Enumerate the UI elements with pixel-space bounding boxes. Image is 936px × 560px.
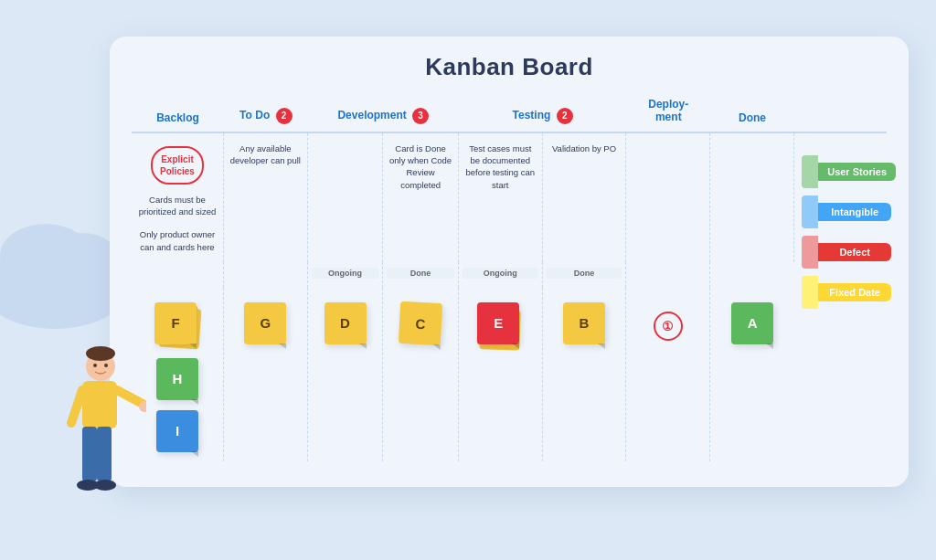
- column-headers-row: Backlog To Do 2 Development 3 Testing: [132, 94, 887, 133]
- test-ongoing-policy: Test cases must be documented before tes…: [463, 139, 538, 195]
- dev-ongoing-sub: Ongoing: [308, 262, 384, 288]
- cloud-decoration: [0, 247, 128, 329]
- dev-done-label: Done: [387, 268, 454, 279]
- card-h[interactable]: H: [156, 358, 198, 400]
- done-sub: [710, 262, 794, 288]
- dev-ongoing-cards: D: [308, 288, 384, 461]
- dev-done-policy-cell: Card is Done only when Code Review compl…: [383, 133, 459, 262]
- policy-row: Explicit Policies Cards must be prioriti…: [132, 133, 887, 262]
- col-header-testing: Testing 2: [459, 94, 627, 133]
- svg-point-8: [94, 480, 116, 491]
- card-i[interactable]: I: [156, 410, 198, 452]
- dev-policy: Card is Done only when Code Review compl…: [387, 139, 454, 195]
- legend-label-user-stories: User Stories: [818, 163, 896, 181]
- legend-area: User Stories Intangible Defect Fixed Dat…: [802, 155, 896, 309]
- col-header-deployment: Deploy-ment: [626, 94, 710, 133]
- card-e[interactable]: E: [477, 302, 519, 344]
- done-cards: A: [710, 288, 794, 461]
- person-figure: [55, 341, 146, 542]
- cards-row: F H I: [132, 288, 887, 461]
- explicit-policies-label: Explicit Policies: [151, 146, 204, 185]
- svg-rect-3: [82, 427, 97, 481]
- test-done-cards: B: [543, 288, 627, 461]
- todo-sub: [224, 262, 308, 288]
- testing-badge: 2: [557, 108, 573, 124]
- card-d[interactable]: D: [324, 302, 367, 344]
- sub-label-row: Ongoing Done Ongoing Done: [132, 262, 887, 288]
- test-ongoing-label: Ongoing: [463, 268, 538, 279]
- legend-tab-fixed-date: [802, 276, 818, 309]
- backlog-policy-cell: Explicit Policies Cards must be prioriti…: [132, 133, 224, 262]
- legend-label-fixed-date: Fixed Date: [818, 283, 891, 301]
- backlog-sub: [132, 262, 224, 288]
- deployment-badge: ①: [654, 312, 683, 341]
- kanban-table: Backlog To Do 2 Development 3 Testing: [132, 94, 887, 461]
- card-c[interactable]: C: [399, 301, 442, 345]
- legend-intangible: Intangible: [802, 195, 896, 228]
- svg-point-1: [86, 346, 115, 361]
- done-policy-cell: [710, 133, 794, 262]
- dev-ongoing-policy-cell: [308, 133, 384, 262]
- legend-fixed-date: Fixed Date: [802, 276, 896, 309]
- test-done-sub: Done: [543, 262, 627, 288]
- test-ongoing-sub: Ongoing: [459, 262, 543, 288]
- todo-policy-cell: Any available developer can pull: [224, 133, 308, 262]
- legend-user-stories: User Stories: [802, 155, 896, 188]
- legend-defect: Defect: [802, 236, 896, 269]
- test-ongoing-cards: E: [459, 288, 543, 461]
- svg-rect-2: [82, 381, 117, 428]
- svg-line-6: [71, 390, 82, 423]
- test-done-policy-cell: Validation by PO: [543, 133, 627, 262]
- todo-badge: 2: [276, 108, 292, 124]
- svg-line-5: [117, 390, 144, 405]
- legend-tab-user-stories: [802, 155, 818, 188]
- card-b[interactable]: B: [563, 302, 605, 344]
- kanban-board: Kanban Board Backlog To Do 2 Development: [110, 37, 909, 487]
- todo-policy: Any available developer can pull: [228, 139, 303, 171]
- dev-ongoing-label: Ongoing: [312, 268, 379, 279]
- legend-label-defect: Defect: [818, 243, 891, 261]
- todo-cards: G: [224, 288, 308, 461]
- legend-tab-defect: [802, 236, 818, 269]
- deployment-policy-cell: [626, 133, 710, 262]
- card-a[interactable]: A: [731, 302, 773, 344]
- col-header-todo: To Do 2: [224, 94, 308, 133]
- svg-rect-4: [97, 427, 112, 481]
- col-header-backlog: Backlog: [132, 94, 224, 133]
- card-f[interactable]: F: [154, 302, 197, 344]
- scene: Kanban Board Backlog To Do 2 Development: [0, 0, 936, 560]
- test-done-policy: Validation by PO: [547, 139, 622, 158]
- svg-point-11: [104, 364, 108, 367]
- test-ongoing-policy-cell: Test cases must be documented before tes…: [459, 133, 543, 262]
- board-title: Kanban Board: [132, 53, 887, 81]
- col-header-done: Done: [710, 94, 794, 133]
- legend-label-intangible: Intangible: [818, 203, 891, 221]
- card-f-stack: F: [154, 302, 200, 352]
- dev-badge: 3: [412, 108, 429, 124]
- svg-point-10: [93, 364, 97, 367]
- card-e-stack: E: [477, 302, 523, 352]
- backlog-policy1: Cards must be prioritized and sized: [135, 190, 219, 222]
- deployment-cards: ①: [626, 288, 710, 461]
- backlog-policy2: Only product owner can and cards here: [135, 225, 219, 257]
- col-legend-spacer: [794, 94, 887, 133]
- card-g[interactable]: G: [244, 302, 286, 344]
- deployment-sub: [626, 262, 710, 288]
- legend-tab-intangible: [802, 195, 818, 228]
- col-header-development: Development 3: [308, 94, 459, 133]
- dev-done-cards: C: [383, 288, 459, 461]
- test-done-label: Done: [547, 268, 622, 279]
- dev-done-sub: Done: [383, 262, 459, 288]
